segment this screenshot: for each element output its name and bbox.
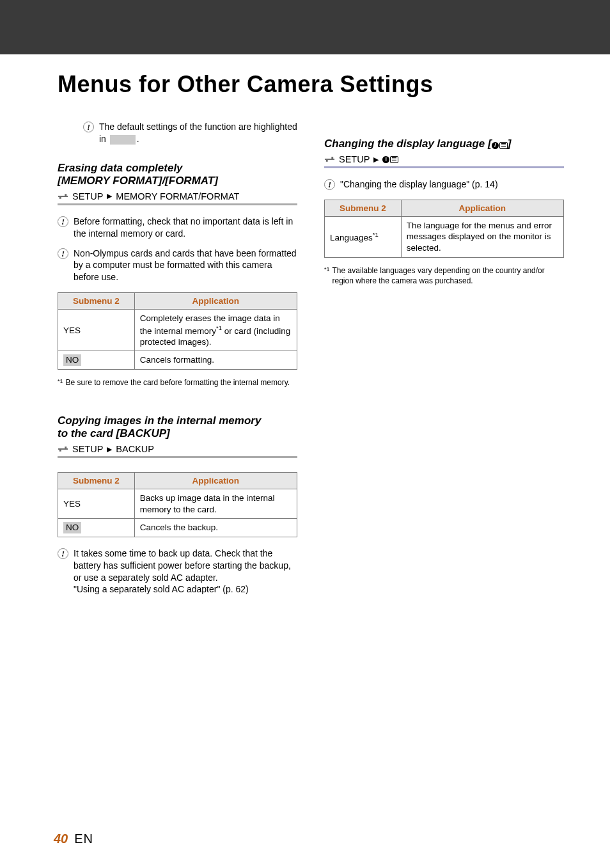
chevron-right-icon: ▶ [373, 155, 379, 164]
header-bar [0, 0, 610, 54]
desc-sup: *1 [216, 324, 222, 331]
option-yes-desc: Backs up image data in the internal memo… [134, 489, 297, 519]
format-note-2-text: Non-Olympus cards and cards that have be… [74, 248, 297, 284]
svg-rect-0 [58, 196, 68, 197]
svg-rect-2 [65, 194, 66, 196]
option-no-desc: Cancels formatting. [134, 351, 297, 370]
table-row: NO Cancels the backup. [58, 519, 297, 537]
right-column: Changing the display language [!] SETUP … [324, 121, 564, 603]
path-item-label: MEMORY FORMAT/FORMAT [116, 191, 239, 201]
chevron-right-icon: ▶ [107, 445, 112, 454]
sec1-title-l2: [MEMORY FORMAT]/[FORMAT] [58, 175, 297, 187]
lang-title-b: ] [508, 138, 512, 150]
option-no: NO [58, 519, 135, 537]
sec2-title-l1: Copying images in the internal memory [58, 414, 297, 427]
path-setup-label: SETUP [72, 444, 103, 454]
format-note-1-text: Before formatting, check that no importa… [74, 216, 297, 240]
option-no-label: NO [63, 354, 81, 366]
format-footnote: *1 Be sure to remove the card before for… [58, 377, 297, 388]
table-row: Languages*1 The language for the menus a… [325, 216, 564, 257]
table-row: YES Backs up image data in the internal … [58, 489, 297, 519]
content-columns: ! The default settings of the function a… [0, 98, 610, 603]
option-languages: Languages*1 [325, 216, 402, 257]
language-icon: ! [492, 142, 508, 149]
col-header-submenu: Submenu 2 [58, 293, 135, 310]
sec2-title-l2: to the card [BACKUP] [58, 427, 297, 440]
format-note-2: ! Non-Olympus cards and cards that have … [58, 248, 297, 284]
section-language-title: Changing the display language [!] [324, 138, 564, 150]
language-note: ! "Changing the display language" (p. 14… [324, 178, 564, 191]
footnote-marker: *1 [58, 377, 63, 388]
page-number: 40 [54, 832, 68, 846]
footnote-marker: *1 [324, 265, 330, 286]
table-header-row: Submenu 2 Application [58, 473, 297, 489]
language-note-text: "Changing the display language" (p. 14) [340, 178, 564, 191]
backup-note: ! It takes some time to back up data. Ch… [58, 548, 297, 596]
svg-rect-5 [65, 446, 66, 448]
svg-rect-1 [59, 197, 61, 199]
path-item-label: BACKUP [116, 444, 154, 454]
intro-text: The default settings of the function are… [99, 121, 297, 145]
section-memory-format-title: Erasing data completely [MEMORY FORMAT]/… [58, 162, 297, 187]
backup-note-a: It takes some time to back up data. Chec… [74, 548, 291, 583]
table-header-row: Submenu 2 Application [325, 200, 564, 216]
breadcrumb-backup: SETUP ▶ BACKUP [58, 444, 297, 458]
section-backup-title: Copying images in the internal memory to… [58, 414, 297, 440]
setup-icon [324, 155, 335, 164]
svg-rect-8 [331, 157, 333, 159]
option-yes: YES [58, 310, 135, 351]
lang-title-a: Changing the display language [ [324, 138, 492, 150]
svg-rect-4 [59, 450, 61, 452]
sec1-title-l1: Erasing data completely [58, 162, 297, 175]
table-row: NO Cancels formatting. [58, 351, 297, 370]
table-row: YES Completely erases the image data in … [58, 310, 297, 351]
breadcrumb-language: SETUP ▶ ! [324, 154, 564, 168]
setup-icon [58, 445, 68, 454]
chevron-right-icon: ▶ [107, 192, 112, 200]
svg-rect-3 [58, 448, 68, 450]
intro-note: ! The default settings of the function a… [83, 121, 297, 145]
language-options-table: Submenu 2 Application Languages*1 The la… [324, 200, 564, 258]
alert-icon: ! [58, 248, 68, 259]
backup-note-text: It takes some time to back up data. Chec… [74, 548, 297, 596]
footnote-text: The available languages vary depending o… [332, 265, 564, 286]
table-header-row: Submenu 2 Application [58, 293, 297, 310]
option-yes: YES [58, 489, 135, 519]
footnote-text: Be sure to remove the card before format… [66, 377, 290, 388]
col-header-submenu: Submenu 2 [58, 473, 135, 489]
option-yes-desc: Completely erases the image data in the … [134, 310, 297, 351]
breadcrumb-memory-format: SETUP ▶ MEMORY FORMAT/FORMAT [58, 191, 297, 205]
option-no: NO [58, 351, 135, 370]
col-header-application: Application [134, 473, 297, 489]
language-footnote: *1 The available languages vary dependin… [324, 265, 564, 286]
option-languages-sup: *1 [373, 231, 379, 238]
intro-text-b: . [137, 134, 139, 144]
path-setup-label: SETUP [339, 154, 370, 164]
setup-icon [58, 192, 68, 201]
left-column: ! The default settings of the function a… [58, 121, 297, 603]
path-setup-label: SETUP [72, 191, 103, 201]
col-header-application: Application [134, 293, 297, 310]
alert-icon: ! [58, 548, 68, 559]
backup-options-table: Submenu 2 Application YES Backs up image… [58, 472, 297, 537]
svg-rect-6 [325, 159, 334, 160]
format-note-1: ! Before formatting, check that no impor… [58, 216, 297, 240]
option-languages-label: Languages [330, 232, 373, 242]
alert-icon: ! [83, 122, 94, 132]
page-footer: 40 EN [54, 832, 93, 846]
svg-rect-7 [326, 160, 328, 162]
option-no-desc: Cancels the backup. [134, 519, 297, 537]
page-title: Menus for Other Camera Settings [58, 71, 610, 98]
col-header-submenu: Submenu 2 [325, 200, 402, 216]
page-language: EN [74, 832, 93, 846]
option-languages-desc: The language for the menus and error mes… [401, 216, 563, 257]
col-header-application: Application [401, 200, 563, 216]
alert-icon: ! [324, 179, 335, 190]
highlight-swatch [110, 135, 136, 145]
format-options-table: Submenu 2 Application YES Completely era… [58, 292, 297, 370]
option-no-label: NO [63, 522, 81, 533]
alert-icon: ! [58, 216, 68, 227]
language-icon: ! [382, 156, 398, 163]
backup-note-b: "Using a separately sold AC adapter" (p.… [74, 584, 249, 594]
